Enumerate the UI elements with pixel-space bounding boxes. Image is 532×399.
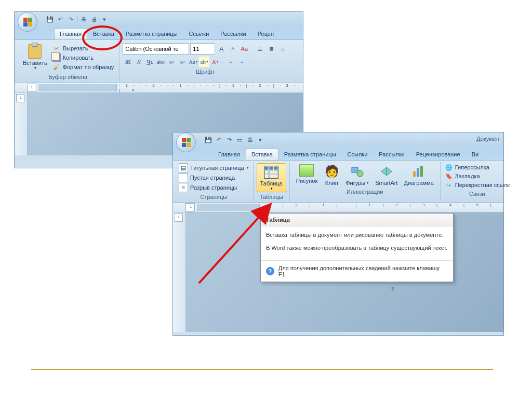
numbering-button[interactable]: ≣	[266, 43, 276, 55]
grow-font-button[interactable]: A	[216, 43, 227, 55]
format-painter-button[interactable]: 🖌 Формат по образцу	[52, 63, 114, 71]
tab-mailings[interactable]: Рассылки	[215, 28, 251, 39]
svg-rect-4	[420, 166, 423, 177]
table-label: Таблица	[260, 180, 283, 187]
group-pages: ▤ Титульная страница ▾ Пустая страница ≡…	[175, 162, 254, 201]
clipboard-icon	[28, 44, 42, 59]
tab-page-layout[interactable]: Разметка страницы	[278, 149, 342, 160]
shrink-font-button[interactable]: A	[228, 43, 238, 55]
page-break-icon: ≡	[179, 183, 188, 192]
bullets-button[interactable]: ☰	[255, 43, 265, 55]
font-size-select[interactable]	[190, 43, 215, 55]
paste-button[interactable]: Вставить ▾	[20, 43, 50, 71]
bold-button[interactable]: Ж	[123, 57, 133, 67]
quick-access-toolbar: 💾 ↶ ↷ 🖶 🖨 ▾	[46, 15, 109, 23]
tab-references[interactable]: Ссылки	[342, 149, 374, 160]
office-button[interactable]	[176, 132, 196, 152]
hyperlink-label: Гиперссылка	[455, 164, 489, 170]
hyperlink-button[interactable]: 🌐 Гиперссылка	[445, 163, 510, 171]
chart-button[interactable]: Диаграмма	[401, 163, 437, 187]
align-left-button[interactable]: ≡	[225, 57, 236, 67]
copy-button[interactable]: Копировать	[52, 54, 114, 62]
subscript-button[interactable]: x2	[166, 57, 177, 67]
italic-button[interactable]: К	[134, 57, 144, 67]
new-doc-icon[interactable]: ▭	[235, 136, 244, 144]
font-name-select[interactable]	[123, 43, 189, 55]
clear-format-button[interactable]: Aa	[239, 43, 249, 55]
ruler-corner-icon: └	[27, 84, 36, 92]
qat-dropdown-icon[interactable]: ▾	[256, 136, 264, 144]
tab-page-layout[interactable]: Разметка страницы	[120, 28, 183, 39]
strikethrough-button[interactable]: abc	[155, 57, 166, 67]
smartart-button[interactable]: SmartArt	[372, 163, 401, 187]
tab-review[interactable]: Рецен	[252, 28, 280, 39]
save-icon[interactable]: 💾	[204, 136, 212, 144]
ruler-ticks: · 1 · | · 2 · | · 1 · | · · · | · 1 · | …	[117, 83, 303, 92]
copy-icon	[52, 54, 61, 62]
multilevel-button[interactable]: ≡	[277, 43, 288, 55]
info-icon: ?	[266, 267, 274, 275]
redo-icon[interactable]: ↷	[66, 15, 75, 23]
cut-label: Вырезать	[63, 45, 88, 51]
ruler-corner-icon: └	[16, 94, 24, 102]
tab-home[interactable]: Главная	[212, 149, 246, 160]
table-button[interactable]: Таблица ▾	[257, 163, 286, 192]
tab-insert[interactable]: Вставка	[246, 149, 278, 160]
align-center-button[interactable]: ≡	[236, 57, 247, 67]
office-button[interactable]	[18, 12, 37, 32]
paragraph-mark-icon: ¶	[391, 285, 395, 293]
picture-button[interactable]: Рисунок	[293, 163, 321, 185]
undo-icon[interactable]: ↶	[56, 15, 64, 23]
chevron-down-icon: ▾	[247, 166, 249, 170]
tab-review[interactable]: Рецензирование	[410, 149, 466, 160]
clip-icon: 🧑	[324, 164, 339, 179]
svg-rect-0	[352, 167, 358, 172]
group-pages-label: Страницы	[200, 192, 227, 201]
page-break-button[interactable]: ≡ Разрыв страницы	[179, 183, 249, 192]
highlight-button[interactable]: ab▾	[199, 57, 209, 67]
tab-insert[interactable]: Вставка	[87, 28, 120, 39]
divider	[31, 369, 493, 370]
chevron-down-icon: ▾	[34, 66, 36, 70]
redo-icon[interactable]: ↷	[225, 136, 233, 144]
shapes-button[interactable]: Фигуры▾	[342, 163, 372, 187]
cut-button[interactable]: ✂ Вырезать	[52, 44, 114, 52]
change-case-button[interactable]: Aa▾	[188, 57, 198, 67]
tab-home[interactable]: Главная	[54, 28, 87, 39]
clip-button[interactable]: 🧑 Клип	[321, 163, 342, 187]
tooltip-title: Таблица	[261, 214, 453, 227]
tooltip-line1: Вставка таблицы в документ или рисование…	[266, 231, 448, 240]
cover-page-label: Титульная страница	[190, 165, 244, 171]
blank-page-button[interactable]: Пустая страница	[179, 173, 249, 182]
picture-icon	[299, 164, 314, 177]
tab-view[interactable]: Ви	[466, 149, 484, 160]
ruler-ticks: · 3 · | · 2 · | · 1 · | · · | · 1 · | · …	[260, 203, 503, 212]
smartart-icon	[379, 164, 394, 179]
group-clipboard-label: Буфер обмена	[48, 72, 87, 81]
qat-dropdown-icon[interactable]: ▾	[100, 15, 109, 23]
tooltip-help: Для получения дополнительных сведений на…	[278, 265, 448, 277]
crossref-button[interactable]: ↪ Перекрестная ссылк	[445, 181, 510, 189]
ribbon-home: Вставить ▾ ✂ Вырезать Копировать 🖌 Форма…	[15, 40, 303, 83]
ribbon-insert: ▤ Титульная страница ▾ Пустая страница ≡…	[173, 161, 503, 203]
print-icon[interactable]: 🖶	[246, 136, 254, 144]
font-color-button[interactable]: A▾	[210, 57, 220, 67]
svg-point-1	[357, 170, 363, 177]
superscript-button[interactable]: x2	[177, 57, 188, 67]
page-break-label: Разрыв страницы	[190, 184, 237, 191]
blank-page-label: Пустая страница	[190, 175, 235, 181]
copy-label: Копировать	[63, 55, 94, 61]
chart-label: Диаграмма	[404, 180, 434, 186]
word-window-insert: 💾 ↶ ↷ ▭ 🖶 ▾ Докумен Главная Вставка Разм…	[172, 132, 504, 336]
quick-print-icon[interactable]: 🖨	[90, 15, 98, 23]
ribbon-tabs: Главная Вставка Разметка страницы Ссылки…	[173, 147, 503, 161]
save-icon[interactable]: 💾	[46, 15, 54, 23]
tab-mailings[interactable]: Рассылки	[373, 149, 410, 160]
print-icon[interactable]: 🖶	[79, 15, 88, 23]
cover-page-button[interactable]: ▤ Титульная страница ▾	[179, 163, 249, 172]
tab-references[interactable]: Ссылки	[183, 28, 215, 39]
underline-button[interactable]: Ч▾	[144, 57, 155, 67]
chevron-down-icon: ▾	[367, 181, 369, 185]
bookmark-button[interactable]: 🔖 Закладка	[445, 172, 510, 180]
undo-icon[interactable]: ↶	[215, 136, 223, 144]
